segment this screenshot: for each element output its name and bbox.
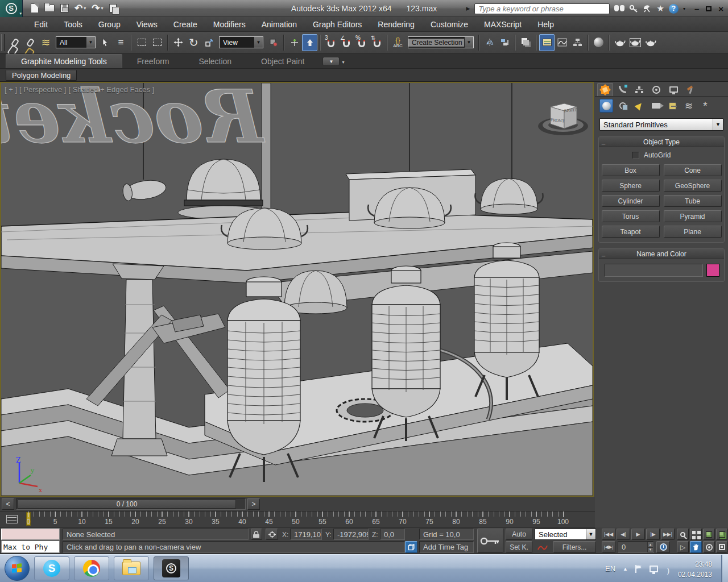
add-time-tag-field[interactable]: Add Time Tag [419, 541, 474, 553]
menu-help[interactable]: Help [530, 18, 562, 31]
object-type-button-teapot[interactable]: Teapot [602, 226, 660, 238]
object-type-button-box[interactable]: Box [602, 164, 660, 176]
show-desktop-button[interactable] [721, 555, 728, 582]
favorites-star-icon[interactable]: ★ [656, 3, 664, 14]
filters-button[interactable]: Filters... [553, 541, 596, 553]
coordinate-system-dropdown[interactable]: View ▼ [219, 36, 263, 48]
open-file-button[interactable] [44, 5, 55, 12]
viewport-3d-scene[interactable]: Rocket [1, 83, 593, 496]
render-production-button[interactable] [643, 34, 658, 51]
zoom-extents-all-button[interactable] [716, 529, 727, 540]
help-button[interactable]: ? [669, 4, 679, 14]
action-center-flag-icon[interactable] [635, 565, 642, 573]
application-menu-button[interactable]: S ▾ [0, 0, 23, 17]
tab-create[interactable] [597, 83, 613, 96]
object-type-button-geosphere[interactable]: GeoSphere [664, 180, 722, 192]
object-type-button-cylinder[interactable]: Cylinder [602, 195, 660, 207]
object-color-swatch[interactable] [706, 264, 719, 277]
zoom-all-button[interactable] [690, 529, 702, 540]
tab-motion[interactable] [648, 83, 664, 96]
taskbar-clock[interactable]: 23:48 02.04.2013 [678, 559, 712, 580]
ribbon-minimize-button[interactable]: ▼ [322, 57, 340, 66]
time-tag-cube-button[interactable] [405, 541, 417, 553]
object-type-button-tube[interactable]: Tube [664, 195, 722, 207]
tab-utilities[interactable] [682, 83, 698, 96]
search-input[interactable] [474, 3, 610, 14]
tab-modify[interactable] [614, 83, 630, 96]
select-and-manipulate-button[interactable] [287, 34, 302, 51]
next-frame-slider-button[interactable]: > [247, 498, 260, 510]
ribbon-tab-object-paint[interactable]: Object Paint [246, 55, 319, 68]
menu-animation[interactable]: Animation [254, 18, 305, 31]
object-name-input[interactable] [605, 264, 703, 277]
go-to-start-button[interactable]: |◀◀ [602, 529, 615, 540]
time-slider-thumb[interactable]: 0 / 100 [18, 500, 236, 509]
menu-create[interactable]: Create [166, 18, 205, 31]
undo-dropdown-arrow-icon[interactable]: ▾ [84, 6, 86, 11]
select-and-link-button[interactable] [7, 34, 23, 51]
start-button[interactable] [5, 556, 30, 581]
new-scene-button[interactable] [31, 3, 39, 13]
name-color-rollout-header[interactable]: _ Name and Color [599, 249, 724, 259]
schematic-view-button[interactable] [570, 34, 585, 51]
set-keys-button[interactable] [477, 529, 503, 553]
viewport-general-menu[interactable]: [ + ] [5, 85, 17, 94]
time-slider-track[interactable]: 0 / 100 [16, 498, 246, 510]
network-icon[interactable] [650, 566, 658, 572]
object-type-button-plane[interactable]: Plane [664, 226, 722, 238]
key-mode-toggle-button[interactable]: |◀▶| [602, 541, 615, 553]
material-editor-button[interactable] [591, 34, 606, 51]
field-of-view-button[interactable]: ▷ [677, 541, 689, 553]
taskbar-chrome-button[interactable] [74, 556, 109, 580]
previous-frame-button[interactable]: ◀| [617, 529, 630, 540]
menu-edit[interactable]: Edit [26, 18, 56, 31]
y-coordinate-field[interactable]: -1972,909 [333, 529, 369, 540]
dropdown-arrow-icon[interactable]: ▼ [86, 37, 95, 48]
zoom-button[interactable] [677, 529, 689, 540]
pan-view-button[interactable] [690, 541, 702, 553]
sign-in-key-icon[interactable] [629, 5, 638, 13]
menu-modifiers[interactable]: Modifiers [205, 18, 254, 31]
z-coordinate-field[interactable]: 0,0 [380, 529, 405, 540]
curve-editor-button[interactable] [555, 34, 570, 51]
angle-snap-toggle-button[interactable]: ∠ [338, 34, 354, 51]
select-by-name-button[interactable]: ≡ [113, 34, 129, 51]
taskbar-3dsmax-button[interactable]: S [154, 556, 189, 580]
collapse-icon[interactable]: _ [602, 250, 605, 256]
subtab-lights[interactable] [632, 99, 646, 113]
menu-group[interactable]: Group [90, 18, 129, 31]
layer-manager-button[interactable] [518, 34, 533, 51]
mirror-button[interactable] [482, 34, 497, 51]
zoom-extents-button[interactable] [703, 529, 715, 540]
redo-dropdown-arrow-icon[interactable]: ▾ [101, 6, 104, 11]
spinner-snap-toggle-button[interactable]: ⇅ [369, 34, 384, 51]
use-pivot-point-button[interactable] [266, 34, 281, 51]
taskbar-explorer-button[interactable] [114, 556, 149, 580]
frame-spinner[interactable]: ▲▼ [647, 542, 653, 552]
bind-to-space-warp-button[interactable]: ≋ [38, 34, 53, 51]
subtab-cameras[interactable] [649, 99, 663, 113]
percent-snap-toggle-button[interactable]: % [354, 34, 369, 51]
viewport-shading-menu[interactable]: [ Shaded + Edged Faces ] [68, 85, 154, 94]
unlink-selection-button[interactable] [23, 34, 38, 51]
undo-button[interactable]: ↶▾ [75, 2, 86, 14]
select-object-button[interactable] [98, 34, 113, 51]
polygon-modeling-panel-button[interactable]: Polygon Modeling [6, 70, 77, 81]
restore-button[interactable] [706, 6, 712, 11]
dropdown-arrow-icon[interactable]: ▼ [254, 37, 263, 48]
menu-customize[interactable]: Customize [423, 18, 476, 31]
dropdown-arrow-icon[interactable]: ▼ [713, 119, 723, 130]
play-button[interactable]: ▶ [631, 529, 645, 540]
selection-filter-dropdown[interactable]: All ▼ [56, 36, 96, 48]
tab-hierarchy[interactable] [631, 83, 647, 96]
search-icon[interactable] [614, 5, 624, 12]
save-file-button[interactable] [60, 4, 69, 13]
x-coordinate-field[interactable]: 1719,107 [290, 529, 322, 540]
subtab-geometry[interactable] [599, 99, 613, 113]
tab-display[interactable] [665, 83, 681, 96]
object-type-button-pyramid[interactable]: Pyramid [664, 210, 722, 222]
orbit-button[interactable] [703, 541, 715, 553]
menu-maxscript[interactable]: MAXScript [476, 18, 530, 31]
help-dropdown-arrow-icon[interactable]: ▾ [683, 6, 685, 11]
ribbon-tab-graphite-modeling-tools[interactable]: Graphite Modeling Tools [6, 54, 122, 68]
